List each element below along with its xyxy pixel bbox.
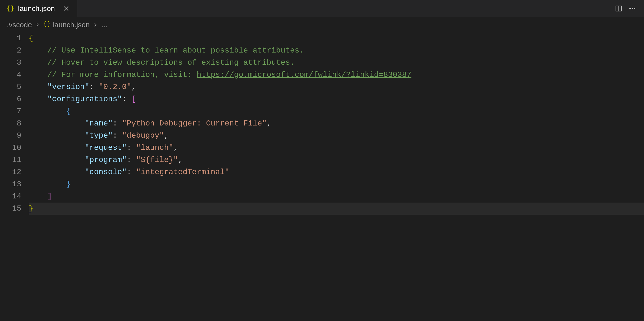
braces-icon xyxy=(44,21,50,29)
token-key: "type" xyxy=(84,131,112,140)
split-editor-icon[interactable] xyxy=(615,5,622,13)
line-number: 10 xyxy=(0,142,22,154)
svg-point-6 xyxy=(634,8,635,9)
token-colon: : xyxy=(113,131,118,140)
token-string: "launch" xyxy=(136,143,174,152)
token-brace-close: } xyxy=(66,180,71,189)
token-colon: : xyxy=(113,119,118,128)
breadcrumb-folder[interactable]: .vscode xyxy=(7,21,32,29)
breadcrumb-ellipsis[interactable]: ... xyxy=(101,21,108,29)
code-line: "name": "Python Debugger: Current File", xyxy=(29,117,644,130)
line-number: 6 xyxy=(0,93,22,105)
line-number: 15 xyxy=(0,203,22,215)
code-line: "program": "${file}", xyxy=(29,154,644,166)
breadcrumb-ellipsis-label: ... xyxy=(101,21,108,29)
line-number: 13 xyxy=(0,178,22,190)
tabs-container: launch.json xyxy=(0,0,77,17)
breadcrumbs: .vscode launch.json ... xyxy=(0,17,644,32)
token-string: "integratedTerminal" xyxy=(136,168,230,177)
chevron-right-icon xyxy=(92,22,98,28)
editor[interactable]: 1 2 3 4 5 6 7 8 9 10 11 12 13 14 15 { //… xyxy=(0,32,644,215)
breadcrumb-folder-label: .vscode xyxy=(7,21,32,29)
line-number: 7 xyxy=(0,105,22,117)
token-link[interactable]: https://go.microsoft.com/fwlink/?linkid=… xyxy=(196,70,411,79)
token-comma: , xyxy=(173,143,178,152)
code-line: } xyxy=(29,203,644,215)
code-line: "console": "integratedTerminal" xyxy=(29,166,644,178)
token-string: "Python Debugger: Current File" xyxy=(122,119,266,128)
line-number: 5 xyxy=(0,81,22,93)
code-line: "type": "debugpy", xyxy=(29,130,644,142)
token-colon: : xyxy=(126,155,131,164)
token-comment: // Hover to view descriptions of existin… xyxy=(48,58,295,67)
breadcrumb-file[interactable]: launch.json xyxy=(44,21,90,29)
token-key: "console" xyxy=(84,168,126,177)
token-colon: : xyxy=(90,82,94,91)
line-number: 2 xyxy=(0,45,22,57)
more-actions-icon[interactable] xyxy=(628,5,636,13)
line-number: 8 xyxy=(0,117,22,130)
token-colon: : xyxy=(122,95,126,104)
braces-icon xyxy=(7,5,14,12)
token-string: "debugpy" xyxy=(122,131,164,140)
line-number: 4 xyxy=(0,69,22,81)
token-comma: , xyxy=(178,155,183,164)
tab-bar: launch.json xyxy=(0,0,644,17)
line-number: 3 xyxy=(0,57,22,69)
tab-launch-json[interactable]: launch.json xyxy=(0,0,77,17)
code-line: // Hover to view descriptions of existin… xyxy=(29,57,644,69)
token-colon: : xyxy=(126,143,131,152)
line-gutter: 1 2 3 4 5 6 7 8 9 10 11 12 13 14 15 xyxy=(0,32,29,215)
close-icon[interactable] xyxy=(62,4,70,13)
token-string: "0.2.0" xyxy=(99,82,131,91)
token-comma: , xyxy=(131,82,136,91)
code-line: { xyxy=(29,32,644,45)
code-line: "version": "0.2.0", xyxy=(29,81,644,93)
line-number: 9 xyxy=(0,130,22,142)
token-key: "name" xyxy=(84,119,112,128)
svg-point-4 xyxy=(630,8,631,9)
token-brace-close: } xyxy=(29,204,33,213)
code-line: } xyxy=(29,178,644,190)
code-line: ] xyxy=(29,190,644,203)
token-bracket-open: [ xyxy=(131,95,136,104)
editor-actions xyxy=(615,5,644,13)
line-number: 12 xyxy=(0,166,22,178)
token-key: "configurations" xyxy=(48,95,122,104)
token-brace-open: { xyxy=(29,34,33,43)
line-number: 14 xyxy=(0,190,22,203)
token-colon: : xyxy=(126,168,131,177)
token-bracket-close: ] xyxy=(48,192,52,201)
breadcrumb-file-label: launch.json xyxy=(53,21,90,29)
chevron-right-icon xyxy=(35,22,40,28)
token-brace-open: { xyxy=(66,107,71,116)
line-number: 1 xyxy=(0,32,22,45)
token-key: "version" xyxy=(48,82,90,91)
code-line: // Use IntelliSense to learn about possi… xyxy=(29,45,644,57)
token-key: "program" xyxy=(84,155,126,164)
tab-label: launch.json xyxy=(18,4,55,13)
token-comment: // Use IntelliSense to learn about possi… xyxy=(48,46,304,55)
code-line: "request": "launch", xyxy=(29,142,644,154)
token-comma: , xyxy=(266,119,271,128)
code-area[interactable]: { // Use IntelliSense to learn about pos… xyxy=(29,32,644,215)
token-string: "${file}" xyxy=(136,155,178,164)
code-line: { xyxy=(29,105,644,117)
code-line: // For more information, visit: https://… xyxy=(29,69,644,81)
svg-point-5 xyxy=(632,8,633,9)
token-comma: , xyxy=(164,131,169,140)
code-line: "configurations": [ xyxy=(29,93,644,105)
token-comment: // For more information, visit: xyxy=(48,70,197,79)
token-key: "request" xyxy=(84,143,126,152)
line-number: 11 xyxy=(0,154,22,166)
